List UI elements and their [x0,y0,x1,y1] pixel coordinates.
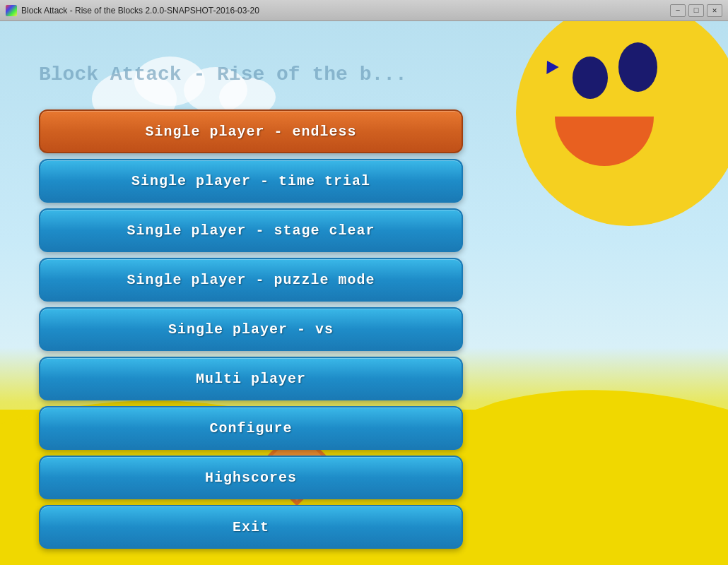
stage-clear-button[interactable]: Single player - stage clear [39,208,463,252]
maximize-button[interactable]: □ [688,4,704,17]
puzzle-mode-button[interactable]: Single player - puzzle mode [39,258,463,302]
minimize-button[interactable]: − [670,4,686,17]
endless-button[interactable]: Single player - endless [39,109,463,153]
main-menu: Single player - endless Single player - … [39,109,463,549]
exit-button[interactable]: Exit [39,505,463,549]
configure-button[interactable]: Configure [39,406,463,450]
game-title: Block Attack - Rise of the b... [39,64,407,85]
window-controls[interactable]: − □ ✕ [670,4,722,17]
time-trial-button[interactable]: Single player - time trial [39,159,463,203]
sun-mouth [555,117,654,166]
window-title: Block Attack - Rise of the Blocks 2.0.0-… [21,6,259,16]
app-icon [6,5,17,16]
close-button[interactable]: ✕ [707,4,722,17]
title-bar: Block Attack - Rise of the Blocks 2.0.0-… [0,0,728,21]
multi-player-button[interactable]: Multi player [39,357,463,400]
sun-eye-right [618,42,657,92]
sun-eye-left [573,56,608,99]
game-area: Block Attack - Rise of the b... Single p… [0,21,728,565]
vs-button[interactable]: Single player - vs [39,307,463,351]
highscores-button[interactable]: Highscores [39,456,463,499]
title-bar-left: Block Attack - Rise of the Blocks 2.0.0-… [6,5,259,16]
